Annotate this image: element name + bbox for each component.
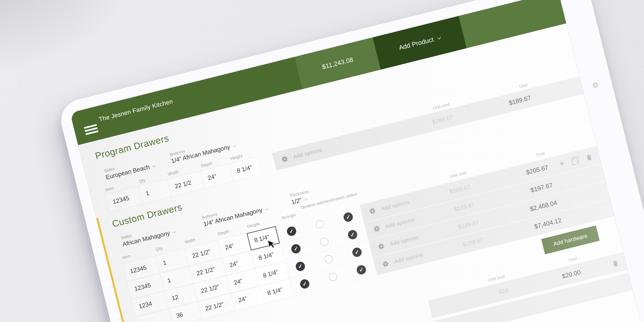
custom-total: $7,404.12 bbox=[534, 217, 562, 230]
trash-icon[interactable] bbox=[611, 259, 620, 268]
camera-icon bbox=[592, 82, 598, 88]
gear-icon bbox=[377, 242, 386, 251]
scoops-checkbox[interactable]: ✓ bbox=[290, 243, 302, 254]
chevron-down-icon bbox=[304, 197, 308, 200]
custom-unit-cost: $189.67 bbox=[458, 219, 480, 230]
gear-icon bbox=[381, 260, 390, 268]
order-total-value: $11,243.08 bbox=[322, 56, 354, 71]
add-product-button[interactable]: Add Product bbox=[373, 16, 467, 70]
header-filler bbox=[459, 0, 566, 48]
drawer-slides-checkbox[interactable]: ✓ bbox=[347, 229, 358, 240]
custom-col-height: Height bbox=[247, 222, 260, 229]
program-add-options-button[interactable]: Add options bbox=[273, 146, 323, 165]
plus-icon[interactable]: + bbox=[558, 158, 566, 169]
drawer-slides-checkbox[interactable]: ✓ bbox=[342, 211, 354, 222]
app-header: The Jesnen Family Kitchen $11,243.08 Add… bbox=[70, 0, 566, 145]
chevron-down-icon bbox=[172, 230, 176, 233]
custom-col-depth: Depth bbox=[217, 229, 230, 236]
custom-total: $2,468.04 bbox=[529, 199, 558, 213]
scoops-checkbox[interactable]: ✓ bbox=[295, 260, 306, 272]
chevron-down-icon bbox=[152, 164, 155, 167]
program-total: $189.67 bbox=[508, 94, 532, 107]
tandem-notches-checkbox[interactable]: ✓ bbox=[324, 254, 334, 264]
program-col-height: Height bbox=[230, 153, 243, 161]
program-col-qty: Qty. bbox=[138, 177, 147, 184]
tablet-device: The Jesnen Family Kitchen $11,243.08 Add… bbox=[56, 0, 644, 322]
custom-col-scoops: Scoops bbox=[281, 212, 296, 220]
tandem-notches-checkbox[interactable]: ✓ bbox=[319, 236, 330, 247]
app-screen: The Jesnen Family Kitchen $11,243.08 Add… bbox=[70, 0, 644, 322]
chevron-down-icon bbox=[232, 144, 236, 147]
custom-col-drawer-slides: Drawer slides bbox=[328, 190, 360, 204]
drawer-slides-checkbox[interactable]: ✓ bbox=[352, 246, 363, 258]
trash-icon[interactable] bbox=[585, 152, 593, 162]
custom-total: $197.67 bbox=[530, 182, 554, 194]
program-total-label: Total bbox=[518, 82, 528, 89]
scene: The Jesnen Family Kitchen $11,243.08 Add… bbox=[0, 0, 644, 322]
scoops-checkbox[interactable]: ✓ bbox=[299, 278, 310, 290]
custom-total-label: Total bbox=[535, 151, 545, 158]
order-total-badge: $11,243.08 bbox=[295, 38, 381, 89]
tandem-notches-checkbox[interactable]: ✓ bbox=[328, 272, 338, 282]
custom-height-cell-focused[interactable]: 8 1/4” bbox=[246, 226, 280, 251]
gear-icon bbox=[368, 207, 377, 216]
custom-unit-cost-label: Unit cost bbox=[450, 170, 467, 179]
hardware-total: $20.00 bbox=[561, 268, 582, 280]
hardware-unit-cost-label: Unit cost bbox=[488, 274, 506, 283]
gear-icon bbox=[280, 155, 289, 164]
custom-total: $205.67 bbox=[526, 164, 549, 176]
hardware-unit-cost: $20 bbox=[498, 287, 509, 296]
chevron-down-icon bbox=[265, 207, 268, 210]
scoops-checkbox[interactable]: ✓ bbox=[286, 226, 297, 237]
custom-unit-cost: $189.67 bbox=[453, 201, 475, 213]
add-product-label: Add Product bbox=[398, 36, 434, 52]
program-col-depth: Depth bbox=[200, 161, 213, 168]
chevron-down-icon bbox=[437, 36, 441, 40]
custom-unit-cost: $189.67 bbox=[449, 184, 471, 195]
gear-icon bbox=[372, 224, 381, 233]
drawer-slides-checkbox[interactable]: ✓ bbox=[356, 264, 367, 275]
custom-unit-cost: $189.67 bbox=[462, 236, 484, 248]
custom-col-width: Width bbox=[184, 237, 196, 245]
program-col-width: Width bbox=[167, 169, 179, 177]
custom-col-item: Item bbox=[122, 253, 131, 260]
hardware-total-label: Total bbox=[568, 256, 578, 263]
tandem-notches-checkbox[interactable]: ✓ bbox=[315, 219, 325, 229]
program-unit-cost: $189.67 bbox=[432, 114, 454, 126]
menu-icon[interactable] bbox=[84, 124, 99, 137]
program-col-item: Item bbox=[105, 186, 114, 192]
custom-col-qty: Qty. bbox=[155, 245, 164, 252]
copy-icon[interactable] bbox=[571, 156, 580, 165]
page-title: The Jesnen Family Kitchen bbox=[98, 98, 174, 123]
